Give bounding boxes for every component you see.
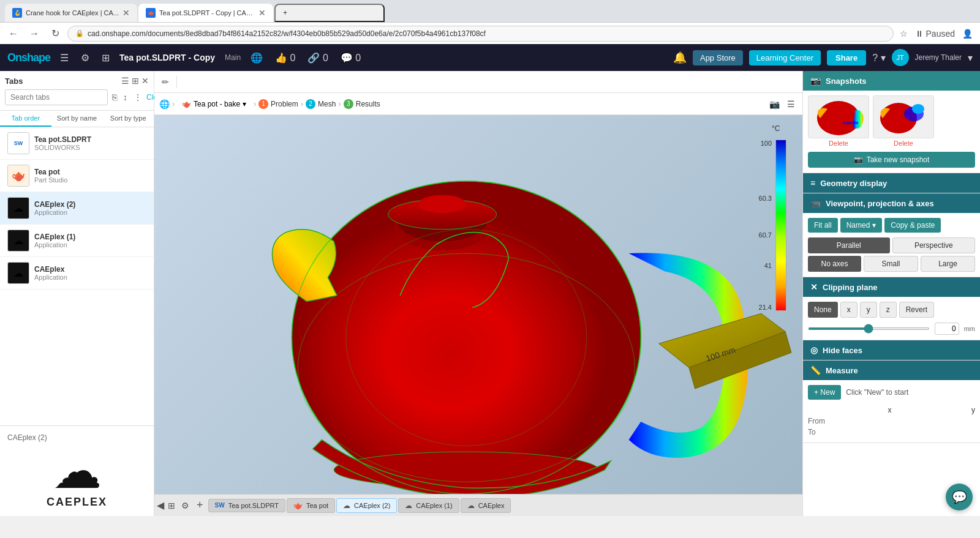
move-tab-button[interactable]: ↕: [121, 91, 129, 104]
no-axes-button[interactable]: No axes: [808, 256, 861, 272]
browser-tab-2[interactable]: 🫖 Tea pot.SLDPRT - Copy | CAE... ✕: [138, 4, 273, 22]
link-button[interactable]: 🔗 0: [305, 50, 330, 66]
hide-faces-header[interactable]: ◎ Hide faces: [803, 340, 980, 360]
viewport-3d[interactable]: 100 mm °C 100 60.3 60.7 41 21.4: [154, 115, 802, 494]
taskbar-add-button[interactable]: +: [193, 498, 207, 513]
list-view-button[interactable]: ☰: [121, 76, 129, 86]
forward-button[interactable]: →: [26, 25, 43, 42]
tab-type-teapot: Part Studio: [34, 176, 146, 184]
snapshot-delete-2[interactable]: Delete: [873, 140, 934, 147]
paused-button[interactable]: ⏸ Paused: [913, 26, 957, 41]
globe-icon[interactable]: 🌐: [159, 99, 170, 109]
new-tab-button[interactable]: +: [274, 4, 385, 22]
tab-item-caeplex-1[interactable]: ☁ CAEplex (1) Application: [0, 225, 154, 257]
sort-by-name[interactable]: Sort by name: [51, 111, 103, 127]
grid-view-button[interactable]: ⊞: [132, 76, 139, 86]
taskbar-config[interactable]: ⚙: [179, 498, 192, 513]
clipping-plane-section: ✕ Clipping plane None x y z Revert mm: [803, 277, 980, 340]
back-button[interactable]: ←: [5, 25, 22, 42]
clip-value-input[interactable]: [935, 323, 959, 335]
display-options-button[interactable]: ☰: [785, 97, 797, 111]
taskbar-nav-left[interactable]: ◀: [157, 499, 164, 511]
more-options-button[interactable]: ⋮: [132, 91, 144, 104]
snapshot-thumb-2[interactable]: [873, 95, 934, 138]
tab-close-2[interactable]: ✕: [258, 8, 266, 18]
address-text: cad.onshape.com/documents/8ed8dbad7b4f86…: [88, 29, 486, 38]
clip-none-button[interactable]: None: [808, 302, 838, 318]
taskbar-teapot-sldprt[interactable]: SW Tea pot.SLDPRT: [208, 499, 285, 512]
notifications-icon[interactable]: 🔔: [673, 51, 687, 64]
breadcrumb-step-1[interactable]: 1 Problem: [258, 99, 298, 109]
tabs-list: SW Tea pot.SLDPRT SOLIDWORKS 🫖 Tea pot P…: [0, 127, 154, 425]
sort-tab-order[interactable]: Tab order: [0, 111, 51, 127]
snapshots-header[interactable]: 📷 Snapshots: [803, 71, 980, 91]
nav-bar: ← → ↻ 🔒 cad.onshape.com/documents/8ed8db…: [0, 22, 980, 44]
snapshot-delete-1[interactable]: Delete: [808, 140, 869, 147]
help-button[interactable]: ? ▾: [872, 52, 885, 64]
copy-paste-button[interactable]: Copy & paste: [884, 218, 941, 233]
user-avatar[interactable]: JT: [892, 49, 909, 66]
breadcrumb-step-2[interactable]: 2 Mesh: [306, 99, 336, 109]
taskbar-teapot[interactable]: 🫖 Tea pot: [287, 498, 335, 513]
tab-item-teapot[interactable]: 🫖 Tea pot Part Studio: [0, 160, 154, 192]
user-dropdown[interactable]: ▾: [968, 52, 973, 64]
taskbar-settings[interactable]: ⊞: [165, 498, 178, 513]
chat-bubble[interactable]: 💬: [946, 484, 973, 510]
perspective-button[interactable]: Perspective: [892, 237, 976, 253]
clip-y-button[interactable]: y: [860, 302, 877, 318]
camera-icon-btn: 📷: [854, 155, 863, 164]
address-bar[interactable]: 🔒 cad.onshape.com/documents/8ed8dbad7b4f…: [67, 26, 894, 42]
breadcrumb-teapot-label: Tea pot - bake: [194, 100, 240, 108]
snapshot-thumb-1[interactable]: handle: [808, 95, 869, 138]
breadcrumb-step-3[interactable]: 3 Results: [344, 99, 380, 109]
clip-slider-input[interactable]: [808, 327, 930, 330]
tab-item-caeplex[interactable]: ☁ CAEplex Application: [0, 257, 154, 290]
reload-button[interactable]: ↻: [47, 25, 64, 42]
clipping-plane-header[interactable]: ✕ Clipping plane: [803, 277, 980, 297]
measure-y-header: y: [971, 406, 975, 414]
tabs-footer: CAEplex (2) ☁ CAEPLEX: [0, 425, 154, 516]
bookmark-button[interactable]: ☆: [897, 26, 910, 41]
geometry-display-header[interactable]: ≡ Geometry display: [803, 173, 980, 193]
user-name[interactable]: Jeremy Thaler: [915, 53, 962, 62]
learning-center-button[interactable]: Learning Center: [749, 50, 821, 65]
browser-tab-1[interactable]: 🪝 Crane hook for CAEplex | CA... ✕: [5, 4, 137, 22]
user-profile-button[interactable]: 👤: [960, 26, 975, 41]
clip-z-button[interactable]: z: [880, 302, 897, 318]
camera-view-button[interactable]: 📷: [767, 97, 782, 111]
share-button[interactable]: Share: [827, 50, 866, 65]
search-tabs-input[interactable]: [5, 89, 108, 105]
measure-header[interactable]: 📏 Measure: [803, 361, 980, 380]
fit-all-button[interactable]: Fit all: [808, 218, 838, 233]
copy-tab-button[interactable]: ⎘: [110, 91, 119, 104]
named-button[interactable]: Named ▾: [840, 218, 883, 233]
tab-close-1[interactable]: ✕: [123, 8, 130, 18]
draw-button[interactable]: ✏: [159, 75, 172, 89]
small-axes-button[interactable]: Small: [864, 256, 918, 272]
caeplex-cloud-icon: ☁: [53, 447, 102, 496]
clipping-plane-title: Clipping plane: [823, 283, 878, 292]
taskbar-caeplex-2[interactable]: ☁ CAEplex (2): [336, 498, 397, 513]
clip-x-button[interactable]: x: [840, 302, 858, 318]
parallel-button[interactable]: Parallel: [808, 237, 890, 253]
comment-button[interactable]: 💬 0: [338, 50, 363, 66]
close-tabs-panel-button[interactable]: ✕: [141, 76, 149, 86]
like-button[interactable]: 👍 0: [273, 50, 298, 66]
globe-button[interactable]: 🌐: [248, 50, 265, 66]
app-store-button[interactable]: App Store: [693, 50, 743, 65]
taskbar-caeplex-1[interactable]: ☁ CAEplex (1): [398, 498, 459, 513]
sort-by-type[interactable]: Sort by type: [102, 111, 154, 127]
viewpoint-header[interactable]: 📹 Viewpoint, projection & axes: [803, 193, 980, 213]
large-axes-button[interactable]: Large: [921, 256, 975, 272]
menu-button[interactable]: ☰: [58, 50, 71, 66]
take-snapshot-button[interactable]: 📷 Take new snapshot: [808, 152, 975, 168]
settings-button[interactable]: ⚙: [78, 50, 92, 66]
breadcrumb-tea-pot-bake[interactable]: 🫖 Tea pot - bake ▾: [177, 99, 251, 110]
taskbar-caeplex[interactable]: ☁ CAEplex: [461, 498, 511, 513]
step-arrow-2: ›: [338, 99, 341, 108]
clip-revert-button[interactable]: Revert: [899, 302, 934, 318]
tab-item-caeplex-2[interactable]: ☁ CAEplex (2) Application: [0, 192, 154, 225]
new-measure-button[interactable]: + New: [808, 385, 841, 400]
tab-item-teapot-sldprt[interactable]: SW Tea pot.SLDPRT SOLIDWORKS: [0, 127, 154, 160]
config-button[interactable]: ⊞: [99, 50, 112, 66]
